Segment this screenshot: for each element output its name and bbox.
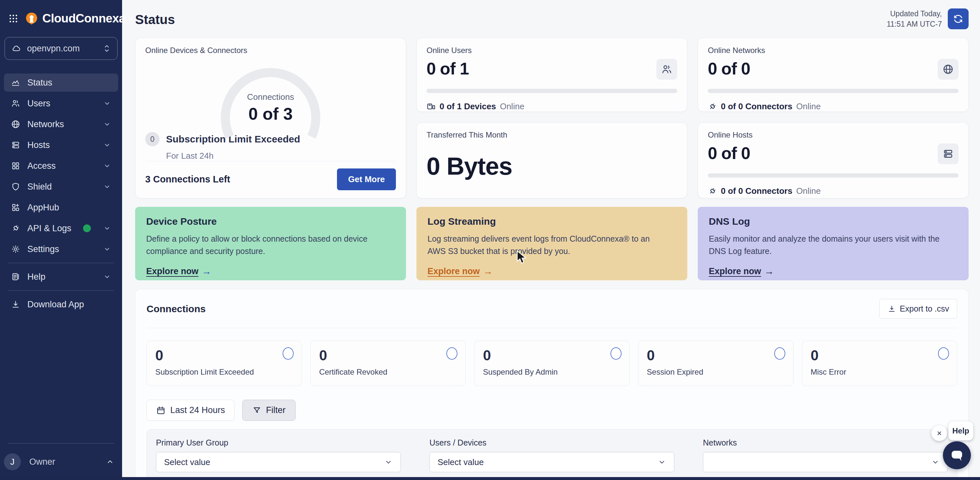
close-widget-button[interactable]: × [931,425,947,441]
progress-bar [708,89,959,93]
owner-menu[interactable]: J Owner [0,447,122,474]
explore-now-link[interactable]: Explore now→ [146,266,212,277]
card-title: Online Networks [708,46,959,55]
owner-label: Owner [29,457,55,467]
connector-plug-icon [708,187,717,196]
card-title: Online Devices & Connectors [145,46,396,55]
counter-subscription-limit[interactable]: 0 Subscription Limit Exceeded [146,341,302,386]
openvpn-logo-icon [25,12,38,25]
counter-certificate-revoked[interactable]: 0 Certificate Revoked [310,341,466,386]
stat-value: 0 of 0 [708,59,959,78]
apps-grid-icon[interactable] [8,14,18,24]
counter-suspended-by-admin[interactable]: 0 Suspended By Admin [474,341,629,386]
counter-row: 0 Subscription Limit Exceeded 0 Certific… [146,341,957,386]
counter-session-expired[interactable]: 0 Session Expired [638,341,794,386]
counter-radio[interactable] [774,347,785,360]
explore-now-link[interactable]: Explore now→ [428,266,493,277]
sidebar-item-api-logs[interactable]: API & Logs [4,219,118,238]
sidebar-divider [8,263,114,263]
filter-panel: Primary User Group Select value Users / … [146,429,957,480]
counter-value: 0 [483,347,620,364]
progress-bar [426,89,677,93]
devices-icon [426,102,436,111]
sidebar-item-label: API & Logs [27,223,71,233]
card-title: Transferred This Month [426,130,677,139]
networks-select[interactable] [703,452,948,472]
card-title: Online Hosts [708,130,959,139]
cloud-icon [11,44,21,53]
owner-section: J Owner [0,440,122,480]
users-icon [11,99,20,108]
counter-value: 0 [319,347,457,364]
connectors-online-row: 0 of 0 Connectors Online [708,101,959,112]
sidebar-item-networks[interactable]: Networks [4,115,118,133]
funnel-icon [252,406,261,415]
filter-field-primary-user-group: Primary User Group Select value [156,438,401,472]
export-csv-button[interactable]: Export to .csv [880,299,957,319]
users-devices-select[interactable]: Select value [430,452,674,472]
counter-radio[interactable] [611,347,622,360]
chevron-down-icon [931,458,940,466]
brand-name: CloudConnexa [42,12,125,25]
counter-label: Certificate Revoked [319,368,457,377]
explore-now-link[interactable]: Explore now→ [709,266,774,277]
promo-device-posture: Device Posture Define a policy to allow … [135,207,406,280]
filter-button[interactable]: Filter [242,400,296,421]
counter-label: Misc Error [811,368,948,377]
bottom-bar [0,477,980,480]
calendar-icon [156,406,166,415]
primary-user-group-select[interactable]: Select value [156,452,401,472]
card-online-networks: Online Networks 0 of 0 0 of 0 Connectors… [698,38,969,112]
brand-row: CloudConnexa® [0,0,122,29]
status-chart-icon [11,78,20,87]
promo-grid: Device Posture Define a policy to allow … [135,207,969,280]
promo-description: Log streaming delivers event logs from C… [428,233,661,257]
promo-title: Device Posture [146,216,395,227]
promo-description: Define a policy to allow or block connec… [146,233,380,257]
sidebar-item-download-app[interactable]: Download App [4,295,118,314]
sidebar-item-label: Users [27,98,51,109]
sidebar-item-apphub[interactable]: AppHub [4,198,118,217]
help-badge[interactable]: Help [948,421,973,440]
gauge-label: Connections [145,92,396,102]
alert-subtitle: For Last 24h [166,151,396,161]
tenant-selector[interactable]: openvpn.com [5,37,118,60]
card-online-devices-connectors: Online Devices & Connectors Connections … [135,38,406,198]
avatar: J [4,453,21,470]
sidebar-item-hosts[interactable]: Hosts [4,136,118,154]
refresh-icon [953,14,963,24]
sidebar-item-label: Hosts [27,140,50,150]
sidebar-item-label: AppHub [27,203,59,213]
counter-label: Subscription Limit Exceeded [155,368,293,377]
counter-misc-error[interactable]: 0 Misc Error [802,341,957,386]
sidebar-item-status[interactable]: Status [4,73,118,92]
filter-buttons-row: Last 24 Hours Filter [146,400,957,421]
card-online-users: Online Users 0 of 1 0 of 1 Devices Onlin… [417,38,687,112]
sidebar-item-label: Settings [27,244,59,254]
counter-value: 0 [155,347,293,364]
stat-value: 0 of 0 [708,143,959,163]
refresh-button[interactable] [948,8,969,29]
counter-value: 0 [647,347,785,364]
stats-grid: Online Devices & Connectors Connections … [135,38,969,198]
page-title: Status [135,13,175,27]
chevron-down-icon [103,120,111,128]
get-more-button[interactable]: Get More [337,168,396,190]
card-footer: 3 Connections Left Get More [145,161,396,190]
sidebar-item-shield[interactable]: Shield [4,177,118,196]
sidebar-item-access[interactable]: Access [4,157,118,175]
sidebar-nav: Status Users Networks Hosts Access Shiel… [0,72,122,315]
counter-label: Suspended By Admin [483,368,620,377]
date-range-button[interactable]: Last 24 Hours [146,400,234,421]
chevron-down-icon [103,273,111,280]
arrow-right-icon: → [483,266,493,277]
promo-title: Log Streaming [428,216,676,227]
select-updown-icon [103,44,111,53]
chat-launcher-button[interactable] [943,441,971,469]
sidebar-item-users[interactable]: Users [4,94,118,112]
chevron-down-icon [658,458,666,466]
devices-online-row: 0 of 1 Devices Online [426,101,677,112]
shield-icon [11,182,20,191]
sidebar-item-settings[interactable]: Settings [4,240,118,258]
sidebar-item-help[interactable]: Help [4,268,118,286]
